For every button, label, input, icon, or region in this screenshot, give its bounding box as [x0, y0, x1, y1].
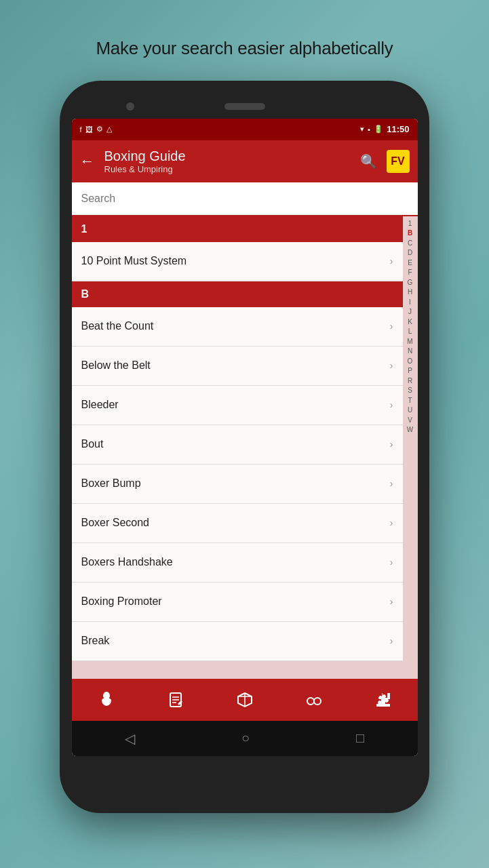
list-item-text: Boxer Second — [81, 517, 390, 529]
svg-point-7 — [307, 698, 314, 705]
list-item-text: Boxers Handshake — [81, 556, 390, 568]
chevron-right-icon: › — [390, 439, 393, 450]
alpha-letter-k[interactable]: K — [408, 317, 412, 328]
chevron-right-icon: › — [390, 517, 393, 528]
app-bar-actions: 🔍 FV — [360, 150, 410, 173]
alpha-letter-r[interactable]: R — [408, 376, 412, 387]
list-item-text: Break — [81, 635, 390, 647]
svg-point-8 — [314, 698, 321, 705]
bottom-nav — [72, 679, 418, 721]
alphabet-sidebar[interactable]: 1BCDEFGHIJKLMNOPRSTUVW — [403, 216, 418, 679]
chevron-right-icon: › — [390, 635, 393, 646]
list-item[interactable]: Below the Belt› — [72, 347, 403, 386]
section-header-1: 1 — [72, 216, 403, 242]
alpha-letter-n[interactable]: N — [408, 347, 412, 357]
search-input[interactable] — [81, 193, 408, 205]
status-right-icons: ▾ ▪ 🔋 11:50 — [360, 124, 409, 134]
alpha-letter-g[interactable]: G — [408, 278, 413, 288]
wifi-icon: ▾ — [360, 125, 364, 134]
list-item[interactable]: Boxing Promoter› — [72, 583, 403, 622]
list-item-text: Boxer Bump — [81, 477, 390, 490]
signal-icon: ▪ — [368, 125, 370, 134]
list-item[interactable]: 10 Point Must System› — [72, 242, 403, 281]
phone-screen: f 🖼 ⚙ △ ▾ ▪ 🔋 11:50 ← Boxing Guide Rules… — [72, 119, 418, 756]
alpha-letter-m[interactable]: M — [407, 337, 412, 347]
android-back-button[interactable]: ◁ — [125, 730, 135, 747]
chevron-right-icon: › — [390, 321, 393, 332]
alpha-letter-i[interactable]: I — [409, 298, 411, 308]
nav-glasses[interactable] — [305, 690, 324, 709]
chevron-right-icon: › — [390, 399, 393, 410]
alpha-letter-t[interactable]: T — [408, 396, 412, 406]
alpha-letter-p[interactable]: P — [408, 366, 412, 376]
list-item-text: 10 Point Must System — [81, 255, 390, 267]
phone-top-bar — [72, 94, 417, 119]
alpha-letter-1[interactable]: 1 — [408, 219, 412, 229]
alpha-letter-j[interactable]: J — [408, 307, 412, 317]
speaker — [224, 103, 265, 110]
alpha-letter-l[interactable]: L — [408, 327, 412, 337]
chevron-right-icon: › — [390, 256, 393, 267]
cloud-icon: △ — [106, 125, 112, 134]
status-bar: f 🖼 ⚙ △ ▾ ▪ 🔋 11:50 — [72, 119, 418, 140]
image-icon: 🖼 — [85, 125, 93, 134]
list-item[interactable]: Boxer Bump› — [72, 465, 403, 504]
android-recent-button[interactable]: □ — [356, 730, 364, 746]
phone-outer: f 🖼 ⚙ △ ▾ ▪ 🔋 11:50 ← Boxing Guide Rules… — [60, 81, 429, 813]
battery-icon: 🔋 — [374, 125, 383, 134]
alpha-letter-f[interactable]: F — [408, 268, 412, 278]
list-item[interactable]: Boxers Handshake› — [72, 543, 403, 583]
nav-box[interactable] — [235, 690, 254, 709]
facebook-icon: f — [80, 125, 82, 134]
list-item-text: Below the Belt — [81, 359, 390, 372]
section-header-text: 1 — [81, 223, 87, 235]
tagline: Make your search easier alphabetically — [82, 37, 406, 60]
alpha-letter-w[interactable]: W — [407, 425, 413, 435]
alpha-letter-b[interactable]: B — [408, 229, 412, 239]
list-item-text: Beat the Count — [81, 320, 390, 332]
list-item[interactable]: Beat the Count› — [72, 307, 403, 347]
alpha-letter-e[interactable]: E — [408, 258, 412, 269]
android-home-button[interactable]: ○ — [241, 730, 250, 746]
alpha-letter-h[interactable]: H — [408, 288, 412, 298]
android-nav-bar: ◁ ○ □ — [72, 721, 418, 756]
chevron-right-icon: › — [390, 360, 393, 371]
status-left-icons: f 🖼 ⚙ △ — [80, 125, 112, 134]
app-bar-title: Boxing Guide Rules & Umpiring — [104, 148, 360, 174]
alpha-letter-s[interactable]: S — [408, 386, 412, 396]
list-item-text: Boxing Promoter — [81, 595, 390, 608]
status-time: 11:50 — [387, 124, 409, 134]
alpha-letter-d[interactable]: D — [408, 248, 412, 258]
list-container: 110 Point Must System›BBeat the Count›Be… — [72, 216, 403, 679]
list-item[interactable]: Bout› — [72, 425, 403, 465]
alpha-letter-c[interactable]: C — [408, 239, 412, 249]
chevron-right-icon: › — [390, 478, 393, 489]
list-item[interactable]: Boxer Second› — [72, 504, 403, 543]
search-bar — [72, 182, 418, 216]
settings-icon: ⚙ — [96, 125, 103, 134]
alpha-letter-v[interactable]: V — [408, 416, 412, 426]
app-bar: ← Boxing Guide Rules & Umpiring 🔍 FV — [72, 140, 418, 182]
app-title-main: Boxing Guide — [104, 148, 360, 164]
camera — [126, 102, 134, 111]
list-item-text: Bout — [81, 438, 390, 450]
chevron-right-icon: › — [390, 557, 393, 568]
chevron-right-icon: › — [390, 596, 393, 607]
section-header-b: B — [72, 281, 403, 307]
section-header-text: B — [81, 288, 90, 300]
list-item[interactable]: Break› — [72, 622, 403, 661]
app-logo[interactable]: FV — [387, 150, 410, 173]
content-area: 110 Point Must System›BBeat the Count›Be… — [72, 216, 418, 679]
search-icon[interactable]: 🔍 — [360, 153, 377, 170]
nav-notepad[interactable] — [166, 690, 185, 709]
list-item-text: Bleeder — [81, 399, 390, 411]
alpha-letter-o[interactable]: O — [408, 357, 413, 367]
alpha-letter-u[interactable]: U — [408, 406, 412, 416]
nav-puzzle[interactable] — [374, 690, 393, 709]
list-item[interactable]: Bleeder› — [72, 386, 403, 425]
app-title-sub: Rules & Umpiring — [104, 164, 360, 174]
back-button[interactable]: ← — [80, 153, 95, 170]
nav-boxer[interactable] — [97, 690, 116, 709]
